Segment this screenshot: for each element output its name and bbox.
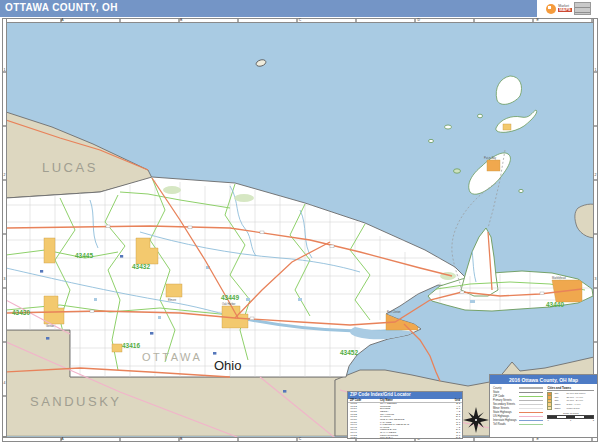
grid-number: 2 — [4, 174, 6, 178]
city-cell: PUT IN BAY — [378, 437, 444, 439]
mouse-island — [519, 189, 523, 192]
scale-tick: 1 — [570, 419, 571, 421]
legend-line-sample — [519, 424, 543, 425]
legend-line-sample — [519, 404, 543, 405]
legend-line-label: State Highways — [493, 411, 512, 414]
city-pop-range: 50,000 and above — [566, 392, 585, 395]
publisher-address-box — [574, 2, 591, 15]
grid-letter: D — [418, 19, 421, 23]
scale-bar: Scale in Miles 012 — [547, 412, 594, 421]
legend-line-label: ZIP Code — [493, 395, 504, 398]
zip-label: 43452 — [340, 349, 358, 356]
city-pop-range: 2,500 - 9,999 — [566, 403, 580, 406]
cities-and-towns-header: Cities and Towns — [547, 386, 594, 391]
title-bar: OTTAWA COUNTY, OH Market MAPS — [0, 0, 600, 17]
grid-number: 1 — [595, 69, 597, 73]
city-pop-range: 10,000 - 24,999 — [566, 399, 583, 402]
legend-line-label: Primary Streets — [493, 399, 512, 402]
city-class-label: Town — [554, 403, 564, 406]
zip-index-title: ZIP Code Index/Grid Locator — [348, 392, 462, 399]
county-label-ottawa: OTTAWA — [142, 351, 202, 363]
legend-line-label: County — [493, 387, 502, 390]
county-label-sandusky: SANDUSKY — [30, 394, 122, 409]
grid-number: 2 — [595, 174, 597, 178]
legend-line-sample — [519, 408, 543, 409]
city-pop-range: Under 2,500 — [566, 407, 579, 410]
town-label: Genoa — [46, 324, 54, 328]
legend-line-sample — [519, 396, 543, 397]
county-label-lucas: LUCAS — [42, 160, 98, 175]
grid-number: 1 — [4, 69, 6, 73]
city-pop-range: 25,000 - 49,999 — [566, 396, 583, 399]
marketmaps-wordmark: Market MAPS — [558, 5, 572, 13]
publisher-logo: Market MAPS — [537, 0, 600, 17]
zip-label: 43440 — [546, 301, 564, 308]
scale-tick: 0 — [547, 419, 548, 421]
zip-label: 43449 — [221, 294, 239, 301]
grid-number: 3 — [4, 278, 6, 282]
state-label-ohio: Ohio — [214, 358, 241, 373]
grid-number: 4 — [4, 382, 6, 386]
legend-line-sample — [519, 420, 543, 421]
grid-letter: A — [61, 438, 63, 442]
zip-index-table: ZIP Code City Name Grid 43408 CLAY CENTE… — [348, 399, 462, 439]
grid-letter: E — [536, 438, 538, 442]
legend-line-label: Toll Roads — [493, 423, 506, 426]
legend-line-sample — [519, 400, 543, 401]
legend-line-label: Minor Streets — [493, 407, 509, 410]
legend-line-label: Interstate Highways — [493, 419, 517, 422]
town-area — [44, 238, 55, 263]
town-label: Elmore — [168, 298, 177, 302]
green-island — [454, 169, 461, 173]
zip-cell: 43456 — [348, 437, 378, 439]
zip-label: 43432 — [132, 263, 150, 270]
grid-letter: E — [536, 19, 538, 23]
city-class-label: City — [554, 392, 564, 395]
city-class-label: City — [554, 396, 564, 399]
legend-line-item: Toll Roads — [493, 423, 543, 427]
legend-line-sample — [519, 387, 543, 388]
page-title: OTTAWA COUNTY, OH — [5, 2, 118, 13]
legend-line-sample — [519, 392, 543, 393]
zip-index-panel: ZIP Code Index/Grid Locator ZIP Code Cit… — [347, 391, 463, 439]
grid-cell: D-2 — [444, 437, 462, 439]
zip-table-row: 43456 PUT IN BAY D-2 — [348, 437, 462, 439]
grid-ruler-left: 1234 — [2, 18, 7, 437]
grid-letter: B — [180, 19, 182, 23]
grid-letter: A — [61, 19, 63, 23]
zip-label: 43445 — [75, 252, 93, 259]
marketmaps-swirl-icon — [546, 4, 556, 14]
town-label: Oak Harbor — [222, 302, 236, 306]
ottawa-county-map-page: { "title_bar": { "title": "OTTAWA COUNTY… — [0, 0, 600, 442]
map-legend-panel: 2016 Ottawa County, OH Map County State … — [489, 374, 598, 438]
legend-line-label: US Highways — [493, 415, 509, 418]
legend-line-label: Secondary Streets — [493, 403, 515, 406]
city-class-label: City — [554, 399, 564, 402]
town-area-middle-bass — [503, 124, 511, 130]
town-label: Marblehead — [552, 276, 566, 280]
legend-title: 2016 Ottawa County, OH Map — [490, 375, 597, 384]
zip-label: 43430 — [12, 309, 30, 316]
legend-line-sample — [519, 416, 543, 417]
grid-letter: C — [299, 438, 302, 442]
town-area — [112, 344, 122, 352]
grid-number: 3 — [595, 278, 597, 282]
town-area-put-in-bay — [487, 160, 500, 171]
grid-ruler-top: ABCDE — [2, 18, 598, 23]
legend-city-item: Town Under 2,500 — [547, 406, 594, 410]
city-swatch — [547, 406, 552, 411]
legend-line-sample — [519, 412, 543, 413]
city-class-label: Town — [554, 407, 564, 410]
grid-letter: C — [299, 19, 302, 23]
zip-label: 43416 — [122, 342, 140, 349]
town-label: Put-in-Bay — [484, 156, 497, 160]
grid-letter: B — [180, 438, 182, 442]
town-area-elmore — [166, 284, 182, 297]
scale-tick: 2 — [593, 419, 594, 421]
town-label: Port Clinton — [387, 310, 401, 314]
legend-line-label: State — [493, 391, 499, 394]
